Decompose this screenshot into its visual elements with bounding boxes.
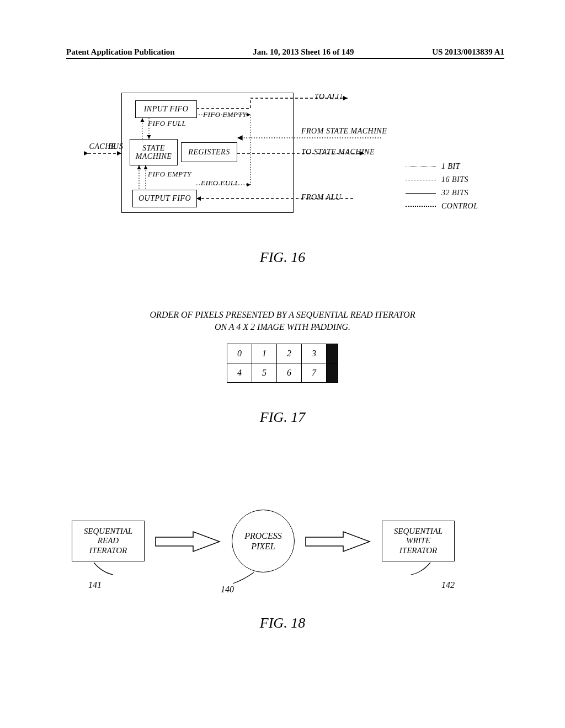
ref-142: 142 xyxy=(441,580,455,590)
legend-16bit-text: 16 BITS xyxy=(441,175,468,184)
output-fifo-box: OUTPUT FIFO xyxy=(132,190,197,207)
legend: 1 BIT 16 BITS 32 BITS CONTROL xyxy=(406,160,497,213)
fig18-label: FIG. 18 xyxy=(0,615,565,631)
figure-16: CACHE BUS INPUT FIFO STATE MACHINE REGIS… xyxy=(77,88,497,237)
legend-swatch-32bit xyxy=(406,193,436,194)
legend-32bit: 32 BITS xyxy=(406,186,497,200)
fig17-table: 0 1 2 3 4 5 6 7 xyxy=(227,344,338,383)
figure-18: SEQUENTIAL READ ITERATOR PROCESS PIXEL S… xyxy=(72,518,491,607)
process-pixel-circle: PROCESS PIXEL xyxy=(232,510,295,572)
fig17-caption-line1: ORDER OF PIXELS PRESENTED BY A SEQUENTIA… xyxy=(150,310,415,319)
fig16-label: FIG. 16 xyxy=(0,249,565,266)
fig17-label: FIG. 17 xyxy=(0,409,565,426)
to-sm-label: TO STATE MACHINE xyxy=(301,148,375,157)
legend-1bit: 1 BIT xyxy=(406,160,497,173)
page: Patent Application Publication Jan. 10, … xyxy=(0,0,565,728)
table-row: 4 5 6 7 xyxy=(227,363,338,382)
header-left: Patent Application Publication xyxy=(66,47,175,57)
state-machine-text: STATE MACHINE xyxy=(134,144,174,161)
legend-1bit-text: 1 BIT xyxy=(441,162,460,171)
fifo-full-bot-label: FIFO FULL xyxy=(201,179,239,188)
seq-read-text: SEQUENTIAL READ ITERATOR xyxy=(84,527,132,555)
fig17-caption-line2: ON A 4 X 2 IMAGE WITH PADDING. xyxy=(215,322,350,331)
fig17-caption: ORDER OF PIXELS PRESENTED BY A SEQUENTIA… xyxy=(0,309,565,334)
legend-16bit: 16 BITS xyxy=(406,173,497,186)
cell-6: 6 xyxy=(277,363,302,382)
output-fifo-text: OUTPUT FIFO xyxy=(136,194,193,202)
cell-7: 7 xyxy=(302,363,327,382)
legend-swatch-control xyxy=(406,206,436,207)
arrow-2 xyxy=(305,531,371,553)
fifo-empty-top-label: FIFO EMPTY xyxy=(203,110,247,119)
to-alu-label: TO ALU xyxy=(315,93,342,101)
cell-0: 0 xyxy=(227,344,252,363)
ref-141: 141 xyxy=(88,580,102,590)
page-header: Patent Application Publication Jan. 10, … xyxy=(66,47,504,59)
input-fifo-box: INPUT FIFO xyxy=(135,100,197,118)
registers-text: REGISTERS xyxy=(186,148,232,156)
fifo-empty-bot-label: FIFO EMPTY xyxy=(148,170,191,179)
from-alu-label: FROM ALU xyxy=(301,193,342,202)
arrow-1 xyxy=(154,531,221,553)
seq-write-text: SEQUENTIAL WRITE ITERATOR xyxy=(394,527,443,555)
cell-pad-top xyxy=(327,344,338,363)
cell-1: 1 xyxy=(252,344,277,363)
legend-control: CONTROL xyxy=(406,200,497,213)
ref-140: 140 xyxy=(221,585,234,595)
figure-17: ORDER OF PIXELS PRESENTED BY A SEQUENTIA… xyxy=(0,309,565,383)
legend-swatch-16bit xyxy=(406,180,436,180)
cell-pad-bot xyxy=(327,363,338,382)
process-pixel-text: PROCESS PIXEL xyxy=(244,531,282,552)
legend-32bit-text: 32 BITS xyxy=(441,189,468,197)
from-sm-label: FROM STATE MACHINE xyxy=(301,127,387,136)
legend-control-text: CONTROL xyxy=(441,202,478,211)
state-machine-box: STATE MACHINE xyxy=(130,139,178,165)
table-row: 0 1 2 3 xyxy=(227,344,338,363)
seq-read-box: SEQUENTIAL READ ITERATOR xyxy=(72,521,145,561)
cell-4: 4 xyxy=(227,363,252,382)
fifo-full-top-label: FIFO FULL xyxy=(148,119,186,128)
legend-swatch-1bit xyxy=(406,167,436,167)
cell-3: 3 xyxy=(302,344,327,363)
seq-write-box: SEQUENTIAL WRITE ITERATOR xyxy=(382,521,455,561)
registers-box: REGISTERS xyxy=(181,142,237,162)
cell-2: 2 xyxy=(277,344,302,363)
header-right: US 2013/0013839 A1 xyxy=(432,47,504,57)
cell-5: 5 xyxy=(252,363,277,382)
header-center: Jan. 10, 2013 Sheet 16 of 149 xyxy=(253,47,354,57)
input-fifo-text: INPUT FIFO xyxy=(142,105,191,113)
